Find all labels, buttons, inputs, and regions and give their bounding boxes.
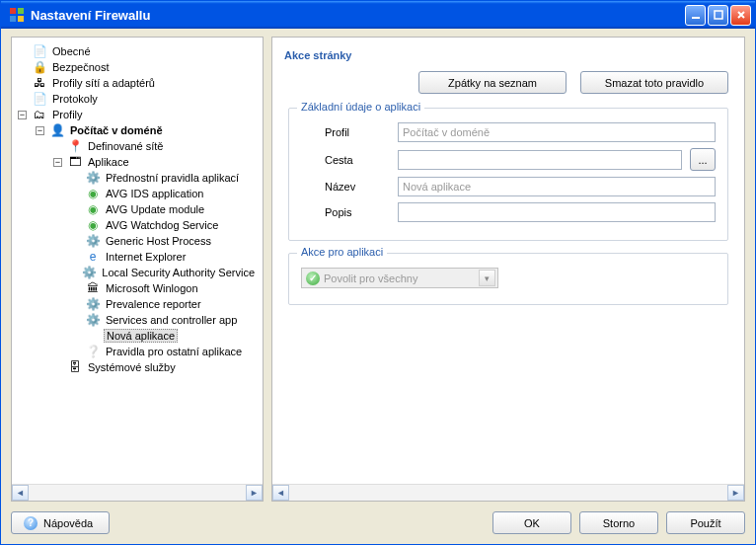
tree-node-protocols[interactable]: 📄Protokoly: [16, 91, 259, 107]
tree-node-security[interactable]: 🔒Bezpečnost: [16, 59, 259, 75]
svg-rect-1: [18, 8, 24, 14]
allow-icon: ◉: [85, 201, 101, 217]
page-icon: 📄: [32, 43, 47, 59]
pin-icon: 📍: [67, 138, 83, 154]
tree-node-app[interactable]: ◉AVG Watchdog Service: [69, 217, 259, 233]
collapse-icon[interactable]: −: [18, 111, 27, 119]
label-path: Cesta: [301, 154, 390, 166]
tree-node-new-app[interactable]: Nová aplikace: [69, 328, 259, 344]
gear-icon: ⚙️: [85, 170, 101, 186]
help-button-label: Nápověda: [43, 517, 93, 529]
ie-icon: e: [85, 249, 101, 265]
gear-icon: ⚙️: [85, 312, 101, 328]
svg-rect-3: [18, 16, 24, 22]
tree-hscrollbar[interactable]: ◄ ►: [12, 484, 263, 501]
tree-node-domain[interactable]: −👤Počítač v doméně: [34, 122, 259, 138]
user-icon: 👤: [49, 122, 65, 138]
collapse-icon[interactable]: −: [53, 158, 62, 167]
group-app-action: Akce pro aplikaci ✓ Povolit pro všechny …: [288, 253, 728, 305]
tree-node-general[interactable]: 📄Obecné: [16, 43, 259, 59]
tree-node-defined-nets[interactable]: 📍Definované sítě: [51, 138, 259, 154]
delete-rule-button[interactable]: Smazat toto pravidlo: [580, 71, 728, 94]
tree-node-app[interactable]: ⚙️Přednostní pravidla aplikací: [69, 170, 259, 186]
tree-node-other-rules[interactable]: ❔Pravidla pro ostatní aplikace: [69, 344, 259, 359]
tree-node-app[interactable]: ⚙️Local Security Authority Service: [69, 265, 259, 280]
lock-icon: 🔒: [32, 59, 47, 75]
detail-hscrollbar[interactable]: ◄ ►: [272, 484, 744, 501]
tree-node-app[interactable]: ◉AVG Update module: [69, 201, 259, 217]
allow-icon: ◉: [85, 217, 101, 233]
svg-rect-5: [715, 11, 722, 19]
label-description: Popis: [301, 206, 390, 218]
dialog-footer: ? Nápověda OK Storno Použít: [11, 502, 745, 534]
tree-node-app[interactable]: ⚙️Services and controller app: [69, 312, 259, 328]
tree-node-system-services[interactable]: 🗄Systémové služby: [51, 359, 259, 375]
help-icon: ❔: [85, 344, 101, 359]
minimize-button[interactable]: [685, 5, 706, 26]
svg-rect-4: [692, 17, 700, 19]
detail-pane: Akce stránky Zpátky na seznam Smazat tot…: [271, 37, 745, 502]
profile-field: [398, 122, 716, 142]
network-icon: 🖧: [32, 75, 47, 91]
group-action-legend: Akce pro aplikaci: [297, 246, 387, 258]
settings-tree[interactable]: 📄Obecné 🔒Bezpečnost 🖧Profily sítí a adap…: [16, 43, 259, 375]
ok-button[interactable]: OK: [492, 511, 571, 534]
help-icon: ?: [24, 516, 38, 530]
services-icon: 🗄: [67, 359, 83, 375]
scroll-right-icon[interactable]: ►: [246, 485, 263, 501]
label-profile: Profil: [301, 126, 390, 138]
maximize-button[interactable]: [708, 5, 728, 26]
action-combo-value: Povolit pro všechny: [324, 272, 417, 284]
window-icon: 🗔: [67, 154, 83, 170]
chevron-down-icon[interactable]: ▾: [479, 270, 495, 286]
client-area: 📄Obecné 🔒Bezpečnost 🖧Profily sítí a adap…: [1, 29, 755, 544]
tree-node-app[interactable]: eInternet Explorer: [69, 249, 259, 265]
browse-button[interactable]: ...: [690, 148, 716, 171]
scroll-left-icon[interactable]: ◄: [272, 485, 289, 501]
name-field[interactable]: [398, 177, 716, 196]
svg-rect-2: [10, 16, 16, 22]
path-field[interactable]: [398, 150, 682, 170]
tree-node-profiles[interactable]: −🗂Profily: [16, 107, 259, 122]
svg-rect-0: [10, 8, 16, 14]
gear-icon: ⚙️: [82, 265, 97, 280]
close-button[interactable]: [730, 5, 751, 26]
gear-icon: ⚙️: [85, 296, 101, 312]
scroll-left-icon[interactable]: ◄: [12, 485, 29, 501]
titlebar: Nastavení Firewallu: [1, 1, 755, 29]
tree-node-app[interactable]: ⚙️Prevalence reporter: [69, 296, 259, 312]
tree-pane: 📄Obecné 🔒Bezpečnost 🖧Profily sítí a adap…: [11, 37, 264, 502]
winlogon-icon: 🏛: [85, 280, 101, 296]
description-field[interactable]: [398, 202, 716, 222]
back-to-list-button[interactable]: Zpátky na seznam: [418, 71, 567, 94]
group-basic-info: Základní údaje o aplikaci Profil Cesta .…: [288, 108, 728, 241]
allow-icon: ◉: [85, 186, 101, 201]
firewall-settings-window: Nastavení Firewallu 📄Obecné 🔒Bezpečnost: [0, 0, 756, 545]
gear-icon: ⚙️: [85, 233, 101, 249]
profiles-icon: 🗂: [32, 107, 47, 122]
blank-icon: [85, 328, 101, 344]
cancel-button[interactable]: Storno: [579, 511, 658, 534]
help-button[interactable]: ? Nápověda: [11, 511, 110, 534]
tree-node-net-profiles[interactable]: 🖧Profily sítí a adaptérů: [16, 75, 259, 91]
tree-node-app[interactable]: 🏛Microsoft Winlogon: [69, 280, 259, 296]
apply-button[interactable]: Použít: [666, 511, 745, 534]
scroll-right-icon[interactable]: ►: [727, 485, 744, 501]
tree-node-app[interactable]: ⚙️Generic Host Process: [69, 233, 259, 249]
window-title: Nastavení Firewallu: [29, 8, 685, 23]
tree-node-app[interactable]: ◉AVG IDS application: [69, 186, 259, 201]
label-name: Název: [301, 181, 390, 193]
page-title: Akce stránky: [276, 43, 740, 71]
tree-node-applications[interactable]: −🗔Aplikace: [51, 154, 259, 170]
action-combo[interactable]: ✓ Povolit pro všechny ▾: [301, 268, 498, 288]
allow-icon: ✓: [306, 272, 320, 285]
page-icon: 📄: [32, 91, 47, 107]
app-icon: [9, 7, 25, 23]
group-basic-legend: Základní údaje o aplikaci: [297, 101, 424, 113]
collapse-icon[interactable]: −: [36, 126, 44, 135]
